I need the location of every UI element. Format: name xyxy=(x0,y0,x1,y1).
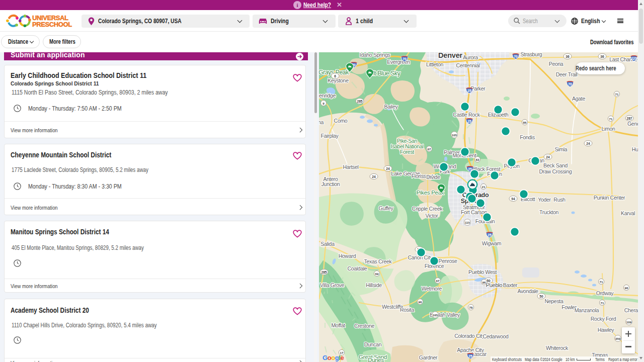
svg-text:Nepesta: Nepesta xyxy=(544,298,563,304)
svg-text:Agate: Agate xyxy=(572,96,585,102)
svg-text:Moffat: Moffat xyxy=(331,322,345,328)
svg-text:Baxter: Baxter xyxy=(503,282,518,288)
svg-text:Duncan: Duncan xyxy=(364,341,382,347)
svg-text:69: 69 xyxy=(375,272,379,276)
svg-text:96: 96 xyxy=(625,286,628,290)
svg-text:Cheraw: Cheraw xyxy=(624,307,638,313)
svg-text:Hillside: Hillside xyxy=(366,282,382,288)
svg-text:PRESCHOOL: PRESCHOOL xyxy=(32,21,72,28)
svg-text:Whiterock: Whiterock xyxy=(546,345,569,351)
svg-text:Yoder: Yoder xyxy=(538,197,551,203)
svg-text:225: 225 xyxy=(631,57,637,60)
svg-text:Manzanola: Manzanola xyxy=(575,307,599,313)
svg-text:Genoa: Genoa xyxy=(627,121,638,127)
svg-text:Gardner: Gardner xyxy=(419,354,438,360)
svg-text:Divide: Divide xyxy=(426,174,440,180)
svg-text:24: 24 xyxy=(372,175,376,178)
svg-text:70: 70 xyxy=(568,82,572,86)
svg-text:Hawley: Hawley xyxy=(598,327,615,333)
svg-text:Salida: Salida xyxy=(320,241,335,247)
svg-text:Dunes: Dunes xyxy=(368,357,384,362)
svg-text:70: 70 xyxy=(403,57,407,61)
svg-text:285: 285 xyxy=(321,270,327,274)
svg-text:83: 83 xyxy=(476,158,479,161)
svg-text:Fondis: Fondis xyxy=(520,134,535,140)
svg-text:Junction: Junction xyxy=(321,181,340,187)
svg-text:Aurora: Aurora xyxy=(463,54,478,60)
svg-text:Pueblo West: Pueblo West xyxy=(468,269,497,275)
svg-text:Cedarwood: Cedarwood xyxy=(483,333,509,339)
svg-text:Denver: Denver xyxy=(438,52,463,59)
svg-text:Victor: Victor xyxy=(426,213,439,219)
svg-text:Avondale: Avondale xyxy=(517,288,538,294)
svg-text:Mt Blue Sky: Mt Blue Sky xyxy=(370,70,400,77)
svg-text:25: 25 xyxy=(468,354,472,358)
svg-text:Texas Creek: Texas Creek xyxy=(364,258,392,264)
svg-text:71: 71 xyxy=(609,117,613,121)
svg-text:Beck Sand: Beck Sand xyxy=(543,162,568,168)
svg-text:350: 350 xyxy=(615,337,621,340)
svg-text:9: 9 xyxy=(323,102,325,105)
svg-text:36: 36 xyxy=(600,55,604,58)
svg-text:Truckton: Truckton xyxy=(539,209,559,215)
svg-text:25: 25 xyxy=(467,120,471,123)
svg-text:Rosita: Rosita xyxy=(400,307,414,313)
svg-text:Hartsel: Hartsel xyxy=(343,164,358,170)
svg-text:Forest: Forest xyxy=(400,149,414,155)
svg-text:71: 71 xyxy=(615,93,619,96)
svg-text:Limon: Limon xyxy=(601,126,615,132)
svg-text:24: 24 xyxy=(386,167,390,170)
svg-text:Villa Grove: Villa Grove xyxy=(320,282,344,288)
svg-text:Hug: Hug xyxy=(632,146,638,152)
svg-text:96: 96 xyxy=(482,281,486,284)
svg-text:287: 287 xyxy=(626,117,632,120)
svg-text:Rush: Rush xyxy=(553,197,566,203)
svg-text:Strasburg: Strasburg xyxy=(521,52,542,57)
svg-text:78: 78 xyxy=(469,306,473,309)
svg-text:25: 25 xyxy=(488,233,492,237)
svg-text:Simla: Simla xyxy=(555,146,568,152)
svg-text:71: 71 xyxy=(601,301,604,305)
svg-text:Keystone: Keystone xyxy=(328,77,349,83)
svg-text:Bailey: Bailey xyxy=(384,104,398,110)
svg-text:Fairplay: Fairplay xyxy=(321,133,339,139)
svg-text:67: 67 xyxy=(428,147,431,151)
svg-text:Como: Como xyxy=(334,118,348,124)
svg-text:ma: ma xyxy=(319,119,324,125)
svg-text:24: 24 xyxy=(546,155,550,159)
svg-text:Cripple Creek: Cripple Creek xyxy=(412,206,443,212)
svg-text:109: 109 xyxy=(626,320,632,324)
svg-text:Wetmore: Wetmore xyxy=(422,286,442,292)
svg-text:105: 105 xyxy=(452,133,457,137)
svg-text:Peoria: Peoria xyxy=(549,61,564,67)
svg-text:Punkin Center: Punkin Center xyxy=(594,195,625,201)
svg-text:67: 67 xyxy=(436,279,440,283)
svg-text:Littleton: Littleton xyxy=(426,61,444,67)
svg-text:Colorado City: Colorado City xyxy=(454,333,485,339)
svg-text:24: 24 xyxy=(586,142,590,145)
svg-text:94: 94 xyxy=(511,197,515,201)
svg-text:50: 50 xyxy=(539,295,543,298)
svg-text:36: 36 xyxy=(566,55,570,58)
svg-text:Wigwam: Wigwam xyxy=(482,240,502,246)
svg-text:Crestone: Crestone xyxy=(354,323,375,329)
svg-text:6: 6 xyxy=(334,74,336,78)
svg-text:Castle Rock: Castle Rock xyxy=(453,112,480,118)
svg-text:21: 21 xyxy=(482,185,486,189)
svg-text:86: 86 xyxy=(523,121,527,124)
svg-text:285: 285 xyxy=(357,100,362,103)
svg-text:Centennial: Centennial xyxy=(456,62,479,68)
svg-text:Howard: Howard xyxy=(339,253,356,259)
svg-text:115: 115 xyxy=(465,221,470,224)
svg-text:96: 96 xyxy=(419,300,422,304)
svg-text:50: 50 xyxy=(487,279,491,283)
svg-text:Draw Crossing: Draw Crossing xyxy=(539,168,572,174)
svg-text:Deer Trail: Deer Trail xyxy=(556,71,578,77)
svg-text:Idaho Springs: Idaho Springs xyxy=(360,52,390,58)
svg-text:70: 70 xyxy=(514,55,518,58)
svg-text:Karval: Karval xyxy=(621,210,635,216)
svg-text:kenridge: kenridge xyxy=(319,93,336,99)
svg-text:71: 71 xyxy=(600,280,603,284)
svg-text:Coaldale: Coaldale xyxy=(347,265,367,272)
svg-text:Guffey: Guffey xyxy=(379,205,394,211)
